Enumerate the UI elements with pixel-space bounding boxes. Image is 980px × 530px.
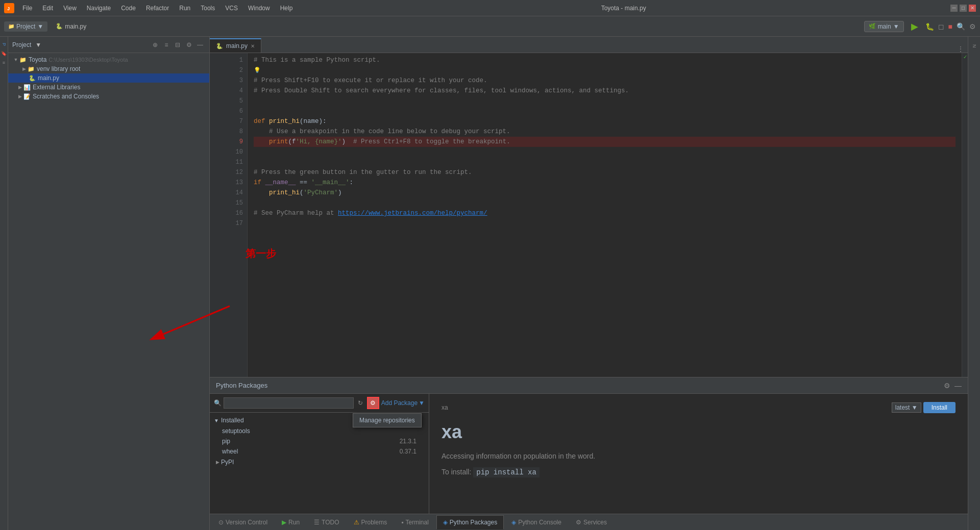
package-item-pip[interactable]: pip 21.3.1 [210, 436, 429, 446]
tab-version-control[interactable]: ⊙ Version Control [212, 515, 274, 529]
run-button[interactable]: ▶ [908, 19, 921, 34]
current-filename: main.py [65, 23, 86, 30]
branch-label: main [878, 23, 891, 30]
project-panel-close-btn[interactable]: — [195, 40, 205, 50]
close-button[interactable]: ✕ [969, 5, 976, 12]
main-py-tab[interactable]: 🐍 main.py ✕ [210, 38, 261, 53]
package-item-wheel[interactable]: wheel 0.37.1 [210, 446, 429, 457]
window-controls: ─ □ ✕ [950, 5, 976, 12]
menu-file[interactable]: File [18, 4, 36, 13]
main-layout: P 🔖 ≡ Project ▼ ⊕ ≡ ⊟ ⚙ — ▼ 📁 Toyota C:\… [0, 37, 980, 530]
tab-problems[interactable]: ⚠ Problems [347, 515, 394, 529]
maximize-button[interactable]: □ [960, 5, 967, 12]
problems-label: Problems [361, 519, 387, 526]
menu-vcs[interactable]: VCS [221, 4, 242, 13]
menu-navigate[interactable]: Navigate [83, 4, 115, 13]
project-panel-collapse-btn[interactable]: ≡ [161, 40, 172, 50]
tab-close-icon[interactable]: ✕ [251, 43, 255, 49]
tree-root[interactable]: ▼ 📁 Toyota C:\Users\19303\Desktop\Toyota [8, 55, 209, 64]
menu-window[interactable]: Window [244, 4, 274, 13]
project-panel-settings-btn[interactable]: ⚙ [184, 40, 194, 50]
pkg-version-wheel: 0.37.1 [400, 448, 416, 455]
pkg-name-pip: pip [222, 438, 400, 445]
tab-services[interactable]: ⚙ Services [569, 515, 614, 529]
project-panel-locate-btn[interactable]: ⊕ [150, 40, 160, 50]
tree-main-py[interactable]: 🐍 main.py [8, 73, 209, 83]
tab-python-console[interactable]: ◈ Python Console [505, 515, 568, 529]
project-dropdown[interactable]: 📁 Project ▼ [4, 21, 47, 32]
current-file-tab: 🐍 main.py [56, 23, 86, 30]
search-button[interactable]: 🔍 [957, 22, 965, 31]
editor-tab-bar: 🐍 main.py ✕ ⋮ [210, 37, 968, 53]
package-refresh-btn[interactable]: ↻ [356, 398, 365, 408]
pypi-label: PyPI [221, 459, 234, 466]
add-package-btn[interactable]: Add Package ▼ [381, 399, 425, 407]
latest-label: latest [895, 404, 910, 411]
main-py-label: main.py [38, 74, 59, 82]
menu-run[interactable]: Run [175, 4, 194, 13]
debug-button[interactable]: 🐛 [925, 22, 934, 31]
package-search-input[interactable] [224, 397, 354, 409]
title-bar: J File Edit View Navigate Code Refactor … [0, 0, 980, 16]
code-line-9: print(f'Hi, {name}') # Press Ctrl+F8 to … [254, 137, 955, 147]
menu-help[interactable]: Help [276, 4, 297, 13]
settings-button[interactable]: ⚙ [969, 22, 976, 31]
package-item-setuptools[interactable]: setuptools [210, 426, 429, 436]
bottom-panel: Python Packages ⚙ — 🔍 ↻ ⚙ [210, 377, 968, 530]
venv-folder-icon: 📁 [28, 66, 35, 72]
folder-icon: 📁 [19, 57, 27, 63]
terminal-label: Terminal [405, 519, 428, 526]
project-panel-header: Project ▼ ⊕ ≡ ⊟ ⚙ — [8, 37, 209, 53]
tab-run[interactable]: ▶ Run [275, 515, 306, 529]
code-line-5 [254, 96, 955, 106]
file-tree: ▼ 📁 Toyota C:\Users\19303\Desktop\Toyota… [8, 53, 209, 530]
code-editor[interactable]: 12345 678910 1112131415 1617 # This is a… [210, 53, 968, 377]
menu-refactor[interactable]: Refactor [142, 4, 173, 13]
pypi-section-header[interactable]: ▶ PyPI [210, 457, 429, 468]
pkg-install-cmd: To install: pip install xa [442, 468, 955, 476]
app-logo: J [4, 3, 14, 13]
tab-right-options[interactable]: ⋮ [953, 45, 968, 53]
tree-scratches[interactable]: ▶ 📝 Scratches and Consoles [8, 92, 209, 101]
project-panel-filter-btn[interactable]: ⊟ [173, 40, 183, 50]
menu-code[interactable]: Code [117, 4, 140, 13]
menu-tools[interactable]: Tools [197, 4, 219, 13]
menu-view[interactable]: View [59, 4, 81, 13]
menu-edit[interactable]: Edit [38, 4, 57, 13]
tab-python-packages[interactable]: ◈ Python Packages [436, 515, 504, 529]
notifications-icon[interactable]: N [969, 41, 979, 51]
tree-venv[interactable]: ▶ 📁 venv library root [8, 64, 209, 73]
gutter [210, 53, 222, 377]
tree-external-libs[interactable]: ▶ 📊 External Libraries [8, 83, 209, 92]
branch-dropdown-arrow: ▼ [893, 23, 899, 30]
right-sidebar: N [968, 37, 980, 530]
install-button[interactable]: Install [923, 402, 955, 413]
validation-ok-icon: ✓ [962, 53, 968, 61]
add-package-arrow: ▼ [419, 399, 425, 407]
code-content[interactable]: # This is a sample Python script. 💡 # Pr… [248, 53, 962, 377]
structure-icon[interactable]: ≡ [1, 59, 8, 66]
code-line-3: # Press Shift+F10 to execute it or repla… [254, 75, 955, 86]
tab-todo[interactable]: ☰ TODO [307, 515, 346, 529]
panel-settings-btn[interactable]: ⚙ [944, 382, 950, 390]
project-label: Project [16, 23, 35, 30]
pkg-detail-name-small: xa [442, 404, 892, 411]
manage-repos-btn[interactable]: ⚙ [367, 397, 379, 409]
installed-label: Installed [221, 417, 244, 424]
project-panel-title: Project [12, 41, 31, 48]
branch-button[interactable]: 🌿 main ▼ [864, 21, 904, 32]
bookmarks-icon[interactable]: 🔖 [1, 50, 8, 57]
manage-repos-popup[interactable]: Manage repositories [353, 413, 422, 427]
panel-minimize-btn[interactable]: — [954, 382, 962, 390]
python-console-label: Python Console [518, 519, 561, 526]
terminal-icon: ▪ [401, 519, 403, 526]
profile-button[interactable]: ◻ [938, 22, 944, 31]
version-dropdown-btn[interactable]: latest ▼ [892, 402, 921, 413]
external-libs-arrow: ▶ [16, 84, 23, 91]
stop-button[interactable]: ■ [948, 22, 952, 31]
code-line-15 [254, 198, 955, 208]
project-icon[interactable]: P [1, 41, 8, 48]
services-label: Services [583, 519, 607, 526]
tab-terminal[interactable]: ▪ Terminal [395, 515, 435, 529]
minimize-button[interactable]: ─ [950, 5, 958, 12]
